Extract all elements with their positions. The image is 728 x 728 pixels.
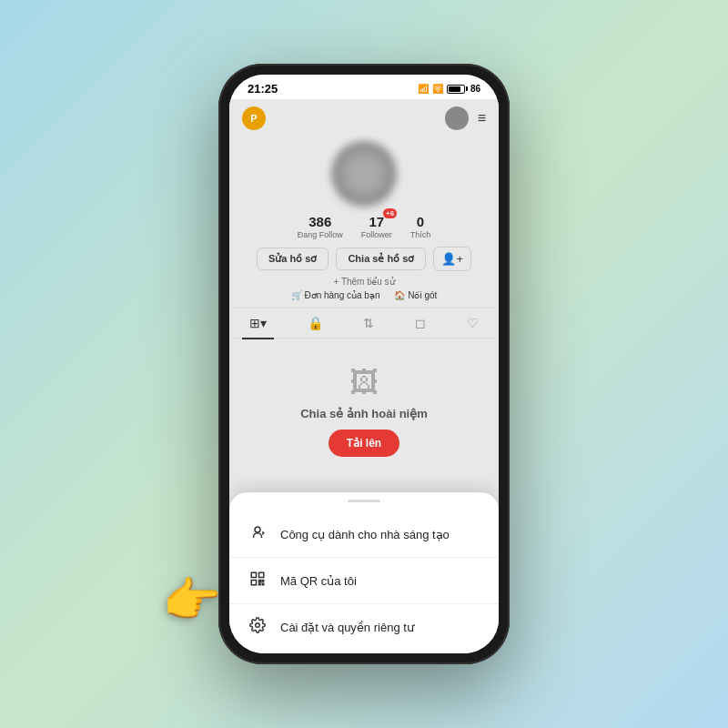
- nav-right-icons: ≡: [445, 106, 486, 130]
- followers-count: 17+6: [369, 214, 384, 229]
- following-label: Đang Follow: [298, 230, 343, 239]
- orders-link[interactable]: 🛒 Đơn hàng của bạn: [291, 290, 380, 300]
- svg-rect-6: [259, 583, 261, 585]
- edit-profile-button[interactable]: Sửa hồ sơ: [257, 248, 329, 270]
- stat-following: 386 Đang Follow: [298, 214, 343, 239]
- tab-tagged[interactable]: ◻: [408, 314, 433, 332]
- likes-label: Thích: [410, 230, 431, 239]
- qr-code-item[interactable]: Mã QR của tôi: [229, 558, 499, 604]
- empty-state: 🖼 Chia sẻ ảnh hoài niệm Tải lên: [229, 339, 499, 484]
- tabs-row: ⊞▾ 🔒 ⇅ ◻ ♡: [229, 308, 499, 339]
- following-count: 386: [308, 214, 331, 229]
- creator-tools-item[interactable]: Công cụ dành cho nhà sáng tạo: [229, 511, 499, 558]
- profile-section: 386 Đang Follow 17+6 Follower 0 Thích: [229, 137, 499, 308]
- svg-rect-5: [262, 581, 264, 582]
- settings-icon: [248, 617, 268, 637]
- share-profile-button[interactable]: Chia sẻ hồ sơ: [336, 248, 426, 270]
- stat-followers: 17+6 Follower: [361, 214, 392, 239]
- phone-screen: 21:25 📶 🛜 86 P ≡: [229, 75, 499, 653]
- stats-row: 386 Đang Follow 17+6 Follower 0 Thích: [279, 214, 450, 239]
- upload-button[interactable]: Tải lên: [329, 430, 399, 457]
- svg-rect-7: [262, 583, 264, 585]
- menu-icon[interactable]: ≡: [478, 110, 486, 126]
- tab-liked[interactable]: ♡: [460, 314, 486, 332]
- wifi-icon: 🛜: [432, 84, 443, 94]
- phone-mockup: 👈 21:25 📶 🛜 86 P: [218, 64, 510, 664]
- tab-repost[interactable]: ⇅: [356, 314, 381, 332]
- qr-code-icon: [248, 571, 268, 591]
- empty-text: Chia sẻ ảnh hoài niệm: [300, 407, 428, 420]
- creator-tools-label: Công cụ dành cho nhà sáng tạo: [280, 528, 450, 541]
- stat-likes: 0 Thích: [410, 214, 431, 239]
- bottom-sheet: Công cụ dành cho nhà sáng tạo: [229, 492, 499, 653]
- status-time: 21:25: [248, 82, 278, 96]
- qr-code-label: Mã QR của tôi: [280, 574, 357, 588]
- creator-tools-icon: [248, 524, 268, 544]
- memories-icon: 🖼: [349, 366, 379, 399]
- status-icons: 📶 🛜 86: [418, 84, 480, 94]
- svg-point-8: [256, 623, 260, 628]
- signal-icon: 📶: [418, 84, 429, 94]
- add-friend-button[interactable]: 👤+: [433, 247, 471, 271]
- shop-links: 🛒 Đơn hàng của bạn 🏠 Nối gót: [291, 290, 438, 300]
- settings-label: Cài đặt và quyền riêng tư: [280, 621, 414, 634]
- tab-grid[interactable]: ⊞▾: [242, 314, 274, 332]
- svg-rect-2: [259, 572, 264, 577]
- add-friend-icon: 👤+: [441, 252, 463, 266]
- add-bio-link[interactable]: + Thêm tiểu sử: [333, 277, 394, 287]
- settings-item[interactable]: Cài đặt và quyền riêng tư: [229, 604, 499, 650]
- app-content: P ≡ 386 Đang Follow 17+6: [229, 99, 499, 653]
- followers-badge: +6: [383, 208, 397, 218]
- svg-rect-3: [251, 581, 256, 585]
- action-buttons: Sửa hồ sơ Chia sẻ hồ sơ 👤+: [257, 247, 471, 271]
- likes-count: 0: [417, 214, 424, 229]
- profile-initial-avatar[interactable]: P: [242, 106, 266, 130]
- status-bar: 21:25 📶 🛜 86: [229, 75, 499, 99]
- user-avatar-icon[interactable]: [445, 106, 469, 130]
- heel-link[interactable]: 🏠 Nối gót: [394, 290, 437, 300]
- sheet-handle: [348, 500, 380, 502]
- battery-indicator: 86: [447, 84, 480, 94]
- hand-pointer-icon: 👈: [164, 572, 223, 628]
- top-nav: P ≡: [229, 99, 499, 137]
- followers-label: Follower: [361, 230, 392, 239]
- battery-level: 86: [470, 84, 480, 94]
- svg-rect-4: [259, 581, 261, 582]
- profile-avatar: [331, 141, 397, 207]
- svg-rect-1: [251, 572, 256, 577]
- svg-point-0: [255, 527, 260, 532]
- tab-locked[interactable]: 🔒: [300, 314, 330, 332]
